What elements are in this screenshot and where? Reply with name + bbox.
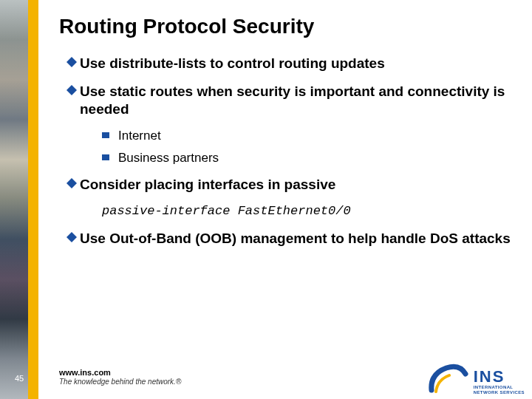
footer-tagline: The knowledge behind the network.® xyxy=(59,378,181,386)
square-bullet-icon xyxy=(102,132,109,138)
diamond-bullet-icon xyxy=(66,178,80,188)
sub-bullet-item: Business partners xyxy=(102,150,517,166)
accent-bar xyxy=(28,0,38,399)
bullet-text: Use distribute-lists to control routing … xyxy=(80,55,517,72)
bullet-text: Use Out-of-Band (OOB) management to help… xyxy=(80,230,517,248)
logo-line2: NETWORK SERVICES xyxy=(474,391,525,395)
slide-title: Routing Protocol Security xyxy=(59,15,517,38)
logo-line1: INTERNATIONAL xyxy=(474,386,525,390)
logo-text: INS INTERNATIONAL NETWORK SERVICES xyxy=(474,369,525,395)
page-number: 45 xyxy=(10,374,28,383)
diamond-bullet-icon xyxy=(66,232,80,242)
bullet-item: Consider placing interfaces in passive xyxy=(66,176,517,194)
left-photo-strip xyxy=(0,0,28,399)
bullet-text: Use static routes when security is impor… xyxy=(80,83,517,118)
sub-bullet-item: Internet xyxy=(102,128,517,143)
bullet-item: Use Out-of-Band (OOB) management to help… xyxy=(66,230,517,248)
svg-marker-0 xyxy=(66,57,77,67)
slide: Routing Protocol Security Use distribute… xyxy=(0,0,532,399)
content-area: Routing Protocol Security Use distribute… xyxy=(59,15,517,257)
logo-abbrev: INS xyxy=(474,369,525,385)
svg-marker-3 xyxy=(66,232,77,242)
footer-url: www.ins.com xyxy=(59,368,181,377)
footer: 45 www.ins.com The knowledge behind the … xyxy=(0,355,532,399)
bullet-item: Use static routes when security is impor… xyxy=(66,83,517,118)
bullet-text: Consider placing interfaces in passive xyxy=(80,176,517,194)
diamond-bullet-icon xyxy=(66,85,80,95)
svg-marker-2 xyxy=(66,178,77,188)
sub-bullet-text: Internet xyxy=(118,128,161,143)
svg-marker-1 xyxy=(66,85,77,95)
bullet-item: Use distribute-lists to control routing … xyxy=(66,55,517,72)
ins-logo: INS INTERNATIONAL NETWORK SERVICES xyxy=(429,362,525,395)
logo-swoosh-icon xyxy=(429,364,470,393)
bullet-list: Use distribute-lists to control routing … xyxy=(59,55,517,247)
code-line: passive-interface FastEthernet0/0 xyxy=(102,204,517,218)
square-bullet-icon xyxy=(102,154,109,160)
sub-bullet-list: Internet Business partners xyxy=(102,128,517,166)
footer-text: www.ins.com The knowledge behind the net… xyxy=(59,368,181,386)
diamond-bullet-icon xyxy=(66,57,80,67)
sub-bullet-text: Business partners xyxy=(118,150,219,166)
